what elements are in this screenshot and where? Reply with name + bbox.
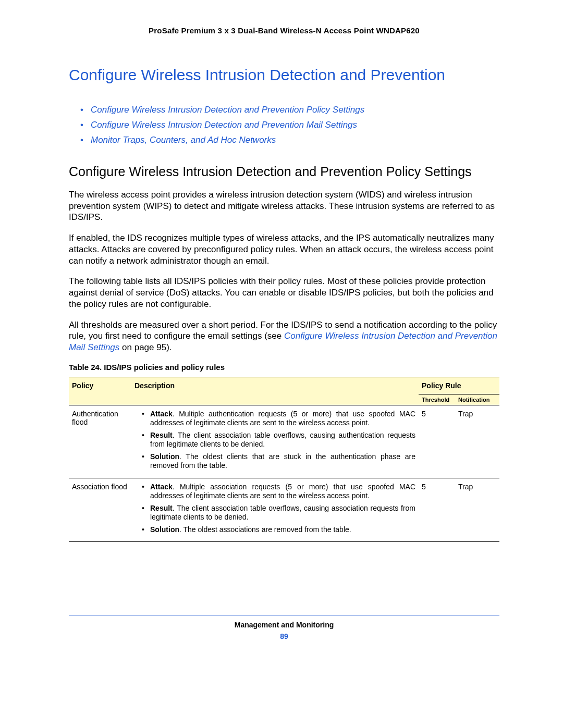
body-text: on page 95). xyxy=(119,342,172,352)
desc-item: Attack. Multiple authentication requests… xyxy=(142,410,415,428)
desc-item: Solution. The oldest clients that are st… xyxy=(142,452,415,471)
table-caption: Table 24. IDS/IPS policies and policy ru… xyxy=(69,363,499,372)
toc-link[interactable]: Configure Wireless Intrusion Detection a… xyxy=(80,118,499,133)
th-notification: Notification xyxy=(455,394,499,405)
cell-notification: Trap xyxy=(455,405,499,478)
toc-link[interactable]: Configure Wireless Intrusion Detection a… xyxy=(80,103,499,118)
body-paragraph: All thresholds are measured over a short… xyxy=(69,319,499,353)
toc-link-list: Configure Wireless Intrusion Detection a… xyxy=(69,103,499,148)
doc-header: ProSafe Premium 3 x 3 Dual-Band Wireless… xyxy=(69,26,499,35)
cell-policy: Association flood xyxy=(69,478,131,542)
th-threshold: Threshold xyxy=(419,394,455,405)
th-description: Description xyxy=(131,377,419,405)
cell-policy: Authentication flood xyxy=(69,405,131,478)
toc-link[interactable]: Monitor Traps, Counters, and Ad Hoc Netw… xyxy=(80,133,499,148)
cell-threshold: 5 xyxy=(419,405,455,478)
th-policy-rule: Policy Rule xyxy=(419,377,499,394)
desc-item: Result. The client association table ove… xyxy=(142,504,415,522)
footer-rule xyxy=(69,615,499,615)
table-row: Association floodAttack. Multiple associ… xyxy=(69,478,499,542)
body-paragraph: The following table lists all IDS/IPS po… xyxy=(69,276,499,310)
th-policy: Policy xyxy=(69,377,131,405)
footer-page-number: 89 xyxy=(69,632,499,640)
desc-item: Attack. Multiple association requests (5… xyxy=(142,483,415,501)
section-title: Configure Wireless Intrusion Detection a… xyxy=(69,164,499,180)
page: ProSafe Premium 3 x 3 Dual-Band Wireless… xyxy=(0,0,563,661)
footer-section: Management and Monitoring xyxy=(69,621,499,629)
cell-description: Attack. Multiple association requests (5… xyxy=(131,478,419,542)
table-row: Authentication floodAttack. Multiple aut… xyxy=(69,405,499,478)
body-paragraph: If enabled, the IDS recognizes multiple … xyxy=(69,232,499,266)
desc-item: Result. The client association table ove… xyxy=(142,431,415,449)
policy-table: Policy Description Policy Rule Threshold… xyxy=(69,377,499,542)
desc-item: Solution. The oldest associations are re… xyxy=(142,525,415,535)
page-footer: Management and Monitoring 89 xyxy=(69,615,499,640)
page-title: Configure Wireless Intrusion Detection a… xyxy=(69,66,499,84)
cell-notification: Trap xyxy=(455,478,499,542)
body-paragraph: The wireless access point provides a wir… xyxy=(69,189,499,223)
cell-description: Attack. Multiple authentication requests… xyxy=(131,405,419,478)
cell-threshold: 5 xyxy=(419,478,455,542)
